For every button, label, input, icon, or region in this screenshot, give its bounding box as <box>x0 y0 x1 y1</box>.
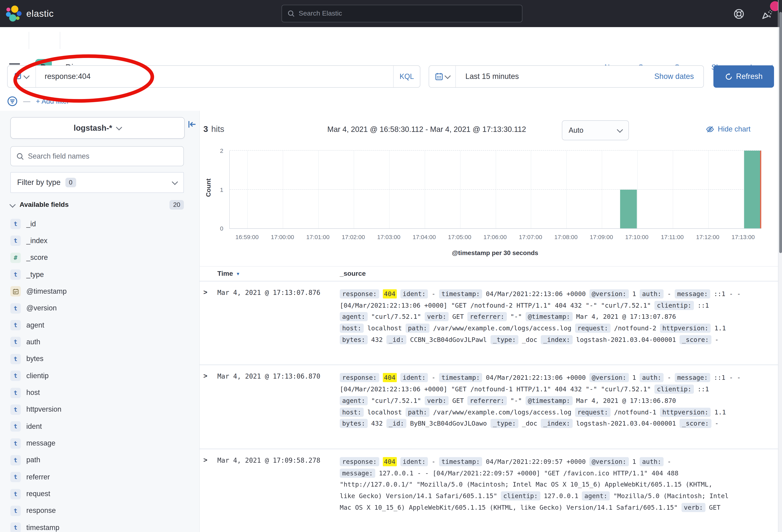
field-item-request[interactable]: trequest <box>10 486 50 502</box>
field-item-httpversion[interactable]: thttpversion <box>10 401 62 418</box>
saved-query-menu-button[interactable] <box>8 66 36 87</box>
field-item-@timestamp[interactable]: @timestamp <box>10 283 67 300</box>
field-name-badge: bytes: <box>340 335 368 344</box>
filter-by-type-dropdown[interactable]: Filter by type 0 <box>10 172 184 193</box>
histogram-bar-17:09:30[interactable] <box>620 189 637 228</box>
sort-desc-icon[interactable]: ▼ <box>236 271 240 276</box>
field-name-badge: _id: <box>386 335 406 344</box>
histogram-plot[interactable] <box>229 151 761 229</box>
divider <box>60 32 60 49</box>
y-tick-label: 1 <box>203 186 223 193</box>
highlighted-value: 404 <box>383 289 397 299</box>
field-item-_type[interactable]: t_type <box>10 266 44 283</box>
field-item-timestamp[interactable]: ttimestamp <box>10 520 60 532</box>
field-item-@version[interactable]: t@version <box>10 300 57 317</box>
horizontal-gridline <box>230 150 761 151</box>
column-header-time[interactable]: Time▼ <box>217 270 240 278</box>
field-search-input[interactable]: Search field names <box>10 146 184 166</box>
field-item-ident[interactable]: tident <box>10 418 42 435</box>
field-value: CCBN_3cB04dGovJLPawl <box>410 336 487 343</box>
field-item-_id[interactable]: t_id <box>10 216 36 232</box>
add-filter-link[interactable]: + Add filter <box>36 97 69 105</box>
field-value: 127.0.0.1 - - [04/Mar/2021:22:09:57 +000… <box>379 469 678 477</box>
x-tick-label: 17:03:00 <box>377 233 400 240</box>
date-picker-menu-button[interactable] <box>429 66 456 87</box>
field-item-response[interactable]: tresponse <box>10 502 56 519</box>
field-value: Mac OS X 10_15_6) AppleWebKit/605.1.15 (… <box>340 503 678 511</box>
expand-row-icon[interactable]: > <box>203 289 207 297</box>
field-item-host[interactable]: thost <box>10 384 40 401</box>
field-item-clientip[interactable]: tclientip <box>10 368 49 384</box>
field-value: "-" <box>510 313 522 320</box>
field-value: GET <box>452 313 464 320</box>
available-fields-header[interactable]: Available fields 20 <box>10 198 184 211</box>
x-tick-label: 17:09:00 <box>590 233 613 240</box>
column-header-source[interactable]: _source <box>340 270 366 278</box>
elastic-brand[interactable]: elastic <box>6 6 54 22</box>
chevron-down-icon <box>116 124 122 130</box>
vertical-gridline <box>425 151 425 228</box>
vertical-gridline <box>318 151 319 228</box>
help-icon[interactable] <box>733 8 745 20</box>
vertical-gridline <box>354 151 354 228</box>
index-pattern-selector[interactable]: logstash-* <box>10 117 185 139</box>
field-name-badge: path: <box>405 324 429 333</box>
field-item-path[interactable]: tpath <box>10 452 40 469</box>
expand-row-icon[interactable]: > <box>203 372 207 380</box>
field-name-badge: request: <box>575 324 610 333</box>
field-name-badge: clientip: <box>654 385 694 394</box>
x-tick-label: 17:10:00 <box>625 233 649 240</box>
vertical-gridline <box>602 151 602 228</box>
string-field-icon: t <box>10 472 21 482</box>
time-range-value[interactable]: Last 15 minutes <box>456 72 654 81</box>
field-value: like Gecko) Version/14.1 Safari/605.1.15… <box>340 492 497 500</box>
field-item-_index[interactable]: t_index <box>10 232 47 249</box>
query-input[interactable]: response:404 <box>36 72 393 81</box>
kql-language-button[interactable]: KQL <box>393 66 420 87</box>
scrollbar-thumb[interactable] <box>779 12 782 253</box>
hide-chart-link[interactable]: Hide chart <box>706 125 750 134</box>
time-cell: Mar 4, 2021 @ 17:09:58.278 <box>217 457 320 464</box>
current-time-marker <box>760 151 761 228</box>
field-name-badge: response: <box>340 373 379 382</box>
field-item-agent[interactable]: tagent <box>10 317 44 334</box>
chevron-down-icon <box>444 73 451 79</box>
collapse-sidebar-icon[interactable] <box>187 120 197 129</box>
highlighted-value: 404 <box>383 373 397 382</box>
string-field-icon: t <box>10 438 21 449</box>
field-value: logstash-2021.03.04-000001 <box>576 420 676 427</box>
histogram-bar-17:13:00[interactable] <box>744 151 761 228</box>
field-name-badge: clientip: <box>654 301 694 310</box>
field-item-referrer[interactable]: treferrer <box>10 469 50 486</box>
time-cell: Mar 4, 2021 @ 17:13:06.870 <box>217 373 320 380</box>
field-name-badge: _index: <box>541 335 572 344</box>
field-name-badge: message: <box>340 468 375 478</box>
field-name: _type <box>26 270 44 279</box>
filter-divider: — <box>23 97 30 105</box>
table-row: >Mar 4, 2021 @ 17:13:06.870response:404i… <box>200 365 778 449</box>
field-value: - <box>667 290 671 298</box>
field-value: 1 <box>632 290 636 298</box>
field-value: /notfound-1 <box>614 408 656 416</box>
field-value: ::1 <box>698 385 709 393</box>
field-item-message[interactable]: tmessage <box>10 435 56 452</box>
string-field-icon: t <box>10 405 21 415</box>
x-tick-label: 16:59:00 <box>235 233 259 240</box>
field-value: _doc <box>522 336 537 343</box>
global-search-input[interactable]: Search Elastic <box>282 5 522 22</box>
hits-count: 3 hits <box>203 124 224 134</box>
filter-icon[interactable] <box>7 96 17 106</box>
field-name-badge: host: <box>340 408 364 417</box>
interval-select[interactable]: Auto <box>562 120 629 140</box>
refresh-button[interactable]: Refresh <box>713 65 774 88</box>
field-item-bytes[interactable]: tbytes <box>10 351 43 368</box>
field-item-_score[interactable]: #_score <box>10 249 48 266</box>
show-dates-link[interactable]: Show dates <box>654 72 704 81</box>
field-name: auth <box>26 338 40 346</box>
scrollbar-track[interactable] <box>778 0 782 532</box>
vertical-gridline <box>566 151 567 228</box>
expand-row-icon[interactable]: > <box>203 456 207 464</box>
field-item-auth[interactable]: tauth <box>10 334 40 350</box>
field-value: 432 <box>371 420 383 427</box>
string-field-icon: t <box>10 354 21 364</box>
